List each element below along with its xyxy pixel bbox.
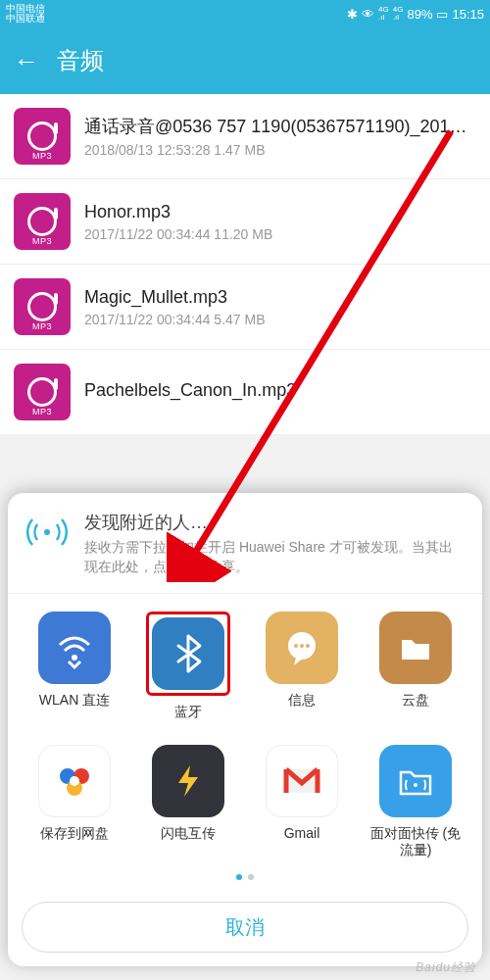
battery-icon: ▭ bbox=[436, 7, 448, 22]
share-cloud-drive[interactable]: 云盘 bbox=[359, 612, 472, 720]
svg-point-4 bbox=[300, 644, 304, 648]
svg-point-1 bbox=[72, 655, 77, 661]
wlan-icon bbox=[52, 625, 97, 670]
file-item[interactable]: MP3 Pachelbels_Canon_In.mp3 bbox=[0, 350, 490, 434]
app-header: ← 音频 bbox=[0, 27, 490, 94]
folder-icon bbox=[394, 626, 437, 669]
mp3-icon: MP3 bbox=[14, 364, 71, 420]
bluetooth-icon: ✱ bbox=[347, 7, 358, 22]
share-app-label: 云盘 bbox=[402, 692, 429, 709]
share-app-label: 蓝牙 bbox=[174, 704, 202, 720]
dot-active bbox=[236, 874, 242, 880]
share-app-label: WLAN 直连 bbox=[39, 692, 110, 709]
lightning-icon bbox=[169, 761, 208, 801]
battery-percent: 89% bbox=[407, 7, 432, 22]
share-app-label: 闪电互传 bbox=[161, 825, 216, 842]
audio-list[interactable]: MP3 通话录音@0536 757 1190(05367571190)_2018… bbox=[0, 94, 490, 434]
page-indicator bbox=[8, 864, 482, 896]
huawei-share-icon bbox=[25, 511, 69, 554]
page-title: 音频 bbox=[57, 45, 104, 76]
svg-point-11 bbox=[414, 783, 417, 787]
dot bbox=[248, 874, 254, 880]
share-app-label: Gmail bbox=[284, 825, 320, 842]
carrier-2: 中国联通 bbox=[6, 14, 45, 24]
file-meta: 2017/11/22 00:34:44 5.47 MB bbox=[84, 312, 476, 327]
share-apps-grid: WLAN 直连 蓝牙 信 bbox=[8, 594, 482, 864]
share-gmail[interactable]: Gmail bbox=[245, 745, 359, 858]
share-bluetooth[interactable]: 蓝牙 bbox=[131, 612, 245, 720]
share-face-to-face[interactable]: 面对面快传 (免流量) bbox=[359, 745, 472, 858]
mp3-icon: MP3 bbox=[14, 108, 71, 165]
network-icons-2: 4G .ıl bbox=[393, 6, 404, 22]
share-messages[interactable]: 信息 bbox=[245, 612, 359, 720]
share-desc: 接收方需下拉通知栏开启 Huawei Share 才可被发现。当其出现在此处，点… bbox=[84, 538, 465, 576]
gmail-icon bbox=[278, 758, 325, 805]
share-app-label: 面对面快传 (免流量) bbox=[367, 825, 465, 858]
file-item[interactable]: MP3 Magic_Mullet.mp3 2017/11/22 00:34:44… bbox=[0, 265, 490, 350]
folder-share-icon bbox=[393, 759, 438, 804]
share-sheet-header: 发现附近的人… 接收方需下拉通知栏开启 Huawei Share 才可被发现。当… bbox=[8, 493, 482, 593]
network-icons: 4G .ıl bbox=[378, 6, 389, 22]
back-icon[interactable]: ← bbox=[14, 46, 39, 76]
svg-point-0 bbox=[44, 529, 50, 535]
share-wlan-direct[interactable]: WLAN 直连 bbox=[18, 612, 131, 720]
status-bar: 中国电信 中国联通 ✱ 👁 4G .ıl 4G .ıl 89% ▭ 15:15 bbox=[0, 0, 490, 27]
message-icon bbox=[280, 626, 323, 669]
share-sheet: 发现附近的人… 接收方需下拉通知栏开启 Huawei Share 才可被发现。当… bbox=[8, 493, 482, 966]
mp3-icon: MP3 bbox=[14, 278, 71, 335]
file-meta: 2018/08/13 12:53:28 1.47 MB bbox=[84, 142, 476, 158]
eye-icon: 👁 bbox=[362, 7, 374, 22]
svg-point-5 bbox=[306, 644, 310, 648]
file-item[interactable]: MP3 Honor.mp3 2017/11/22 00:34:44 11.20 … bbox=[0, 179, 490, 265]
file-name: 通话录音@0536 757 1190(05367571190)_20180813… bbox=[84, 115, 476, 138]
tutorial-highlight bbox=[146, 612, 230, 696]
file-name: Pachelbels_Canon_In.mp3 bbox=[84, 380, 476, 401]
clock: 15:15 bbox=[452, 7, 484, 22]
share-app-label: 保存到网盘 bbox=[40, 825, 109, 842]
bluetooth-icon bbox=[167, 632, 210, 675]
file-meta: 2017/11/22 00:34:44 11.20 MB bbox=[84, 226, 476, 242]
file-name: Honor.mp3 bbox=[84, 202, 476, 222]
svg-point-9 bbox=[70, 776, 79, 786]
file-item[interactable]: MP3 通话录音@0536 757 1190(05367571190)_2018… bbox=[0, 94, 490, 179]
watermark: Baidu经验 bbox=[416, 959, 476, 976]
baidu-cloud-icon bbox=[50, 757, 99, 806]
carriers: 中国电信 中国联通 bbox=[6, 4, 45, 24]
mp3-icon: MP3 bbox=[14, 193, 71, 250]
share-baidu-netdisk[interactable]: 保存到网盘 bbox=[18, 745, 131, 858]
share-app-label: 信息 bbox=[288, 692, 316, 709]
file-name: Magic_Mullet.mp3 bbox=[84, 287, 476, 308]
share-flash-transfer[interactable]: 闪电互传 bbox=[131, 745, 245, 858]
share-title: 发现附近的人… bbox=[84, 511, 465, 534]
svg-point-3 bbox=[294, 644, 298, 648]
cancel-button[interactable]: 取消 bbox=[22, 902, 468, 953]
